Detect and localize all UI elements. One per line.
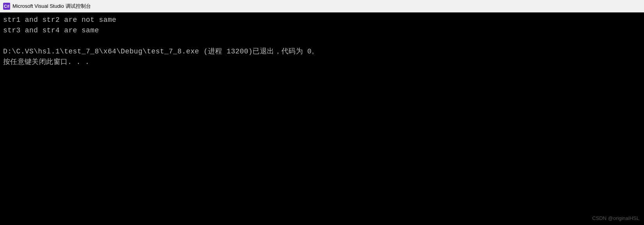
console-line: str3 and str4 are same [3, 25, 641, 36]
console-line [3, 36, 641, 46]
app-icon-label: C# [4, 4, 9, 9]
watermark: CSDN @originalHSL [592, 215, 639, 221]
console-line: D:\C.VS\hsl.1\test_7_8\x64\Debug\test_7_… [3, 46, 641, 57]
console-output: str1 and str2 are not samestr3 and str4 … [3, 15, 641, 67]
console-area: str1 and str2 are not samestr3 and str4 … [0, 12, 644, 225]
app-icon: C# [3, 3, 10, 10]
title-bar-text: Microsoft Visual Studio 调试控制台 [12, 3, 91, 10]
console-line: 按任意键关闭此窗口. . . [3, 57, 641, 67]
title-bar: C# Microsoft Visual Studio 调试控制台 [0, 0, 644, 12]
console-line: str1 and str2 are not same [3, 15, 641, 25]
